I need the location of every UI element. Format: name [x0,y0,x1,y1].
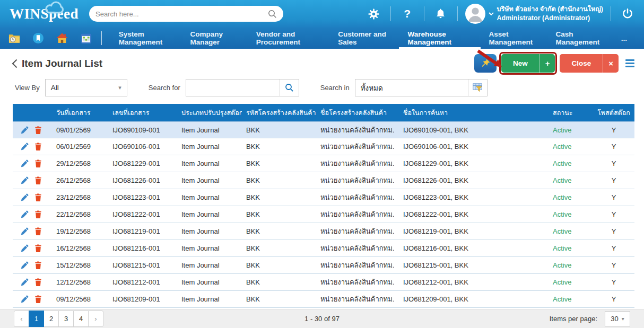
table-row[interactable]: 09/12/2568IJO681209-001Item JournalBKKหน… [13,291,634,308]
pin-shortcut-button[interactable] [474,54,497,73]
cell-type: Item Journal [177,240,242,256]
back-chevron-icon[interactable] [12,59,18,68]
cell-actions [13,291,52,307]
nav-item-system-management[interactable]: System Management [110,28,182,49]
cell-actions [13,257,52,273]
edit-pencil-icon[interactable] [21,143,29,150]
plus-icon[interactable]: + [539,54,555,73]
edit-pencil-icon[interactable] [21,261,29,269]
cell-post: Y [593,122,634,138]
edit-pencil-icon[interactable] [21,244,29,252]
user-menu[interactable]: บริษัท ตัวอย่าง จำกัด (สำนักงานใหญ่) Adm… [465,4,603,24]
cell-search_name: IJO681219-001, BKK [399,223,549,240]
page-button-1[interactable]: 1 [29,311,44,327]
edit-pencil-icon[interactable] [21,159,29,167]
header-wh_code: รหัสโครงสร้างคลังสินค้า [242,104,316,121]
delete-trash-icon[interactable] [34,143,42,150]
delete-trash-icon[interactable] [34,278,42,286]
page-button-3[interactable]: 3 [58,311,74,327]
prev-page-button[interactable]: ‹ [14,311,29,327]
delete-trash-icon[interactable] [34,244,42,252]
nav-item-cash-management[interactable]: Cash Management [547,28,613,49]
hamburger-menu-icon[interactable] [625,59,634,67]
cell-actions [13,138,52,155]
table-row[interactable]: 23/12/2568IJO681223-001Item JournalBKKหน… [13,189,634,206]
edit-pencil-icon[interactable] [21,227,29,235]
nav-item-[interactable]: ... [613,28,636,49]
logout-power-icon[interactable] [619,8,637,20]
cell-date: 06/01/2569 [52,138,108,155]
global-search-input[interactable] [95,10,268,18]
search-in-input[interactable] [355,79,468,96]
nav-item-customer-and-sales[interactable]: Customer and Sales [329,28,399,49]
edit-pencil-icon[interactable] [21,295,29,303]
delete-trash-icon[interactable] [34,176,42,184]
chevron-down-icon[interactable] [489,12,494,16]
table-row[interactable]: 09/01/2569IJO690109-001Item JournalBKKหน… [13,121,634,138]
delete-trash-icon[interactable] [34,126,42,134]
table-row[interactable]: 26/12/2568IJO681226-001Item JournalBKKหน… [13,172,634,189]
next-page-button[interactable]: › [88,311,103,327]
cell-date: 09/12/2568 [52,291,108,307]
cell-status: Active [549,189,593,206]
nav-item-asset-management[interactable]: Asset Management [481,28,547,49]
delete-trash-icon[interactable] [34,159,42,167]
view-by-dropdown[interactable]: All ▾ [45,79,127,96]
items-per-page-select[interactable]: 30 ▾ [605,311,630,326]
search-in-filter-button[interactable] [468,79,487,96]
avatar[interactable] [465,4,485,24]
table-row[interactable]: 12/12/2568IJO681212-001Item JournalBKKหน… [13,274,634,291]
caret-down-icon: ▾ [622,316,624,322]
delete-trash-icon[interactable] [34,261,42,269]
cell-post: Y [593,189,634,206]
cell-search_name: IJO690109-001, BKK [399,122,549,138]
table-row[interactable]: 29/12/2568IJO681229-001Item JournalBKKหน… [13,155,634,172]
settings-gear-icon[interactable] [365,8,383,20]
pager: ‹1234› [14,311,103,327]
main-nav: System ManagementCompany ManagerVendor a… [0,28,644,49]
calendar-icon[interactable] [80,32,92,44]
search-for-button[interactable] [280,79,299,96]
edit-pencil-icon[interactable] [21,278,29,286]
table-row[interactable]: 16/12/2568IJO681216-001Item JournalBKKหน… [13,240,634,257]
cell-search_name: IJO681226-001, BKK [399,172,549,189]
table-row[interactable]: 15/12/2568IJO681215-001Item JournalBKKหน… [13,257,634,274]
close-button[interactable]: Close × [560,54,619,73]
delete-trash-icon[interactable] [34,193,42,201]
table-row[interactable]: 06/01/2569IJO690106-001Item JournalBKKหน… [13,138,634,155]
cell-type: Item Journal [177,291,242,307]
edit-pencil-icon[interactable] [21,193,29,201]
divider [390,6,391,21]
nav-item-vendor-and-procurement[interactable]: Vendor and Procurement [248,28,330,49]
global-search[interactable] [89,6,283,22]
table-row[interactable]: 22/12/2568IJO681222-001Item JournalBKKหน… [13,206,634,223]
edit-pencil-icon[interactable] [21,176,29,184]
delete-trash-icon[interactable] [34,210,42,218]
nav-item-warehouse-management[interactable]: Warehouse Management [399,28,480,49]
new-button[interactable]: New + [501,54,555,73]
bookmark-icon[interactable] [32,32,44,44]
edit-pencil-icon[interactable] [21,210,29,218]
edit-pencil-icon[interactable] [21,126,29,134]
nav-item-company-manager[interactable]: Company Manager [181,28,247,49]
top-bar: WINSpeed [0,0,644,28]
delete-trash-icon[interactable] [34,227,42,235]
header-doc_no: เลขที่เอกสาร [108,104,177,121]
cell-post: Y [593,257,634,273]
view-by-value: All [51,84,59,92]
cell-status: Active [549,240,593,256]
header-wh_name: ชื่อโครงสร้างคลังสินค้า [316,104,399,121]
recent-folder-icon[interactable] [8,32,20,44]
search-icon[interactable] [268,10,277,19]
notifications-bell-icon[interactable] [432,8,450,19]
delete-trash-icon[interactable] [34,295,42,303]
table-row[interactable]: 19/12/2568IJO681219-001Item JournalBKKหน… [13,223,634,240]
help-icon[interactable]: ? [398,7,416,20]
search-for-input[interactable] [186,79,280,96]
new-button-label: New [501,54,539,73]
cell-date: 23/12/2568 [52,189,108,206]
home-icon[interactable] [56,32,68,44]
page-button-2[interactable]: 2 [43,311,59,327]
page-button-4[interactable]: 4 [73,311,89,327]
close-x-icon[interactable]: × [603,54,619,73]
